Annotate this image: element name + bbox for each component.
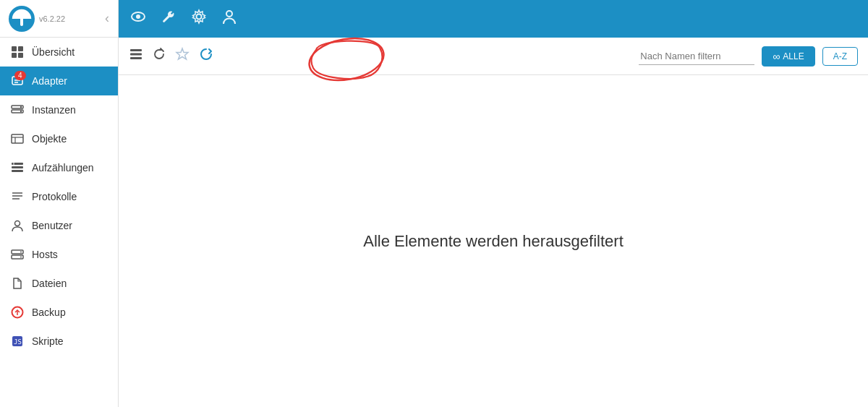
svg-point-16	[20, 111, 22, 112]
main-area: ∞ ALLE A-Z Alle Elemente werden herausge…	[119, 0, 868, 407]
app-version: v6.2.22	[39, 14, 105, 23]
sidebar-label-adapter: Adapter	[32, 75, 67, 87]
content-toolbar: ∞ ALLE A-Z	[119, 38, 868, 75]
gear-icon[interactable]	[191, 9, 207, 29]
empty-message: Alle Elemente werden herausgefiltert	[363, 232, 624, 251]
sidebar-item-objekte[interactable]: Objekte	[0, 124, 118, 153]
sidebar-item-protokolle[interactable]: Protokolle	[0, 182, 118, 211]
person-icon[interactable]	[221, 9, 237, 29]
aufzaehlungen-icon	[10, 160, 25, 175]
sidebar-label-dateien: Dateien	[32, 278, 67, 289]
filter-area: ∞ ALLE A-Z	[639, 46, 858, 67]
sidebar-item-instanzen[interactable]: Instanzen	[0, 95, 118, 124]
sidebar-nav: Übersicht 4 Adapter	[0, 38, 118, 407]
sidebar-label-hosts: Hosts	[32, 249, 58, 260]
svg-rect-41	[130, 53, 142, 56]
sidebar-label-objekte: Objekte	[32, 133, 67, 145]
eye-icon[interactable]	[130, 9, 146, 29]
sidebar-item-skripte[interactable]: JS Skripte	[0, 327, 118, 356]
sidebar-label-skripte: Skripte	[32, 335, 64, 347]
sidebar: v6.2.22 ‹ Übersicht 4	[0, 0, 119, 407]
sidebar-label-aufzaehlungen: Aufzählungen	[32, 162, 94, 173]
sidebar-label-benutzer: Benutzer	[32, 220, 72, 231]
adapter-badge: 4	[14, 71, 26, 80]
svg-rect-42	[130, 57, 142, 59]
svg-point-27	[15, 221, 20, 226]
svg-point-31	[20, 257, 22, 258]
refresh-icon[interactable]	[152, 47, 166, 65]
star-icon[interactable]	[175, 47, 190, 65]
objekte-icon	[10, 132, 25, 146]
skripte-icon: JS	[10, 334, 25, 348]
filter-input[interactable]	[639, 48, 754, 65]
instanzen-icon	[10, 103, 25, 117]
benutzer-icon	[10, 218, 25, 233]
content-toolbar-wrapper: ∞ ALLE A-Z	[119, 38, 868, 75]
sidebar-item-uebersicht[interactable]: Übersicht	[0, 38, 118, 67]
app-logo	[9, 6, 35, 32]
svg-rect-21	[12, 166, 23, 168]
sidebar-collapse-button[interactable]: ‹	[105, 11, 109, 26]
top-toolbar	[119, 0, 868, 38]
hosts-icon	[10, 247, 25, 262]
svg-rect-4	[12, 46, 17, 51]
list-view-icon[interactable]	[129, 47, 143, 65]
svg-point-15	[20, 106, 22, 108]
sidebar-item-aufzaehlungen[interactable]: Aufzählungen	[0, 153, 118, 182]
sidebar-item-adapter[interactable]: 4 Adapter	[0, 67, 118, 95]
protokolle-icon	[10, 189, 25, 204]
dateien-icon	[10, 276, 25, 291]
svg-rect-6	[12, 53, 17, 58]
sidebar-label-backup: Backup	[32, 307, 66, 318]
svg-rect-7	[18, 53, 23, 58]
svg-point-38	[197, 14, 202, 20]
svg-rect-40	[130, 49, 142, 51]
svg-rect-17	[12, 134, 23, 143]
sidebar-item-dateien[interactable]: Dateien	[0, 269, 118, 298]
filter-all-button[interactable]: ∞ ALLE	[762, 46, 814, 67]
filter-az-button[interactable]: A-Z	[822, 47, 858, 66]
backup-icon	[10, 305, 25, 320]
svg-point-30	[20, 252, 22, 253]
update-icon[interactable]	[198, 46, 214, 66]
content-area: Alle Elemente werden herausgefiltert	[119, 75, 868, 407]
sidebar-label-instanzen: Instanzen	[32, 104, 76, 116]
svg-point-39	[226, 11, 232, 17]
sidebar-label-protokolle: Protokolle	[32, 191, 77, 202]
sidebar-header: v6.2.22 ‹	[0, 0, 118, 38]
svg-point-37	[136, 14, 140, 19]
uebersicht-icon	[10, 45, 25, 59]
sidebar-item-benutzer[interactable]: Benutzer	[0, 211, 118, 240]
sidebar-item-backup[interactable]: Backup	[0, 298, 118, 327]
sidebar-item-hosts[interactable]: Hosts	[0, 240, 118, 269]
svg-rect-5	[18, 46, 23, 51]
sidebar-label-uebersicht: Übersicht	[32, 46, 75, 58]
svg-text:JS: JS	[14, 338, 22, 346]
svg-rect-22	[12, 170, 23, 172]
svg-rect-20	[12, 163, 23, 165]
infinity-icon: ∞	[773, 51, 780, 62]
wrench-icon[interactable]	[161, 9, 176, 29]
